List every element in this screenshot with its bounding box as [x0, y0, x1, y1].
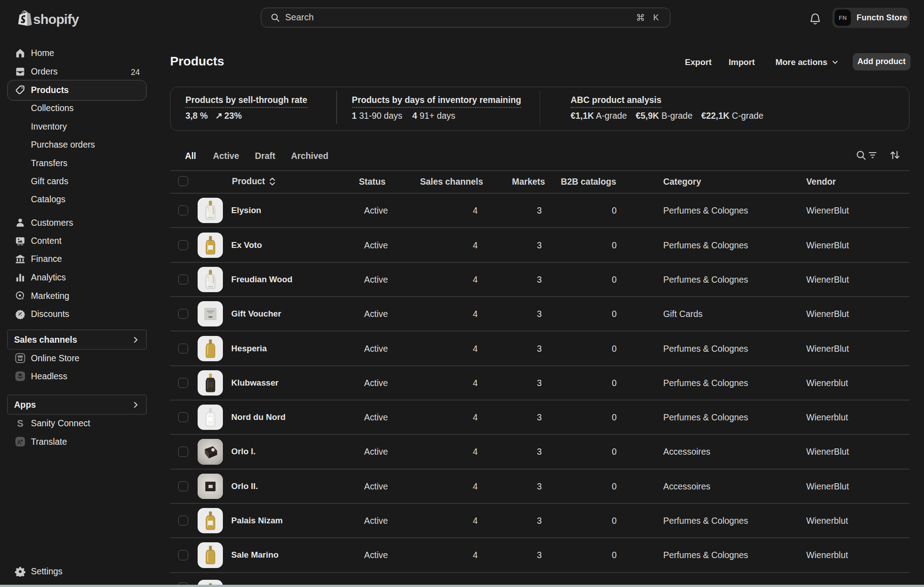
svg-text:S: S	[17, 418, 23, 429]
svg-text:A: A	[17, 438, 21, 445]
svg-text:shopify: shopify	[33, 12, 79, 27]
